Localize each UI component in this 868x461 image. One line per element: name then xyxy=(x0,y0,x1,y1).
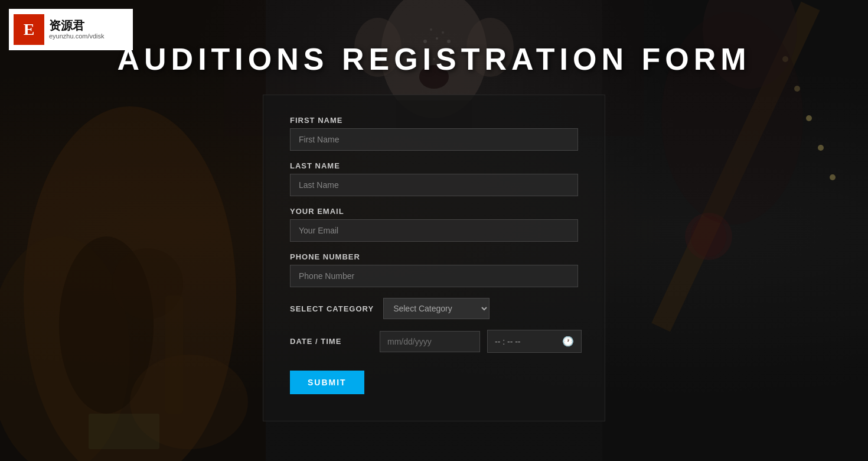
last-name-label: LAST NAME xyxy=(290,161,578,170)
time-placeholder-text: -- : -- -- xyxy=(495,337,562,346)
logo-text: 资源君 eyunzhu.com/vdisk xyxy=(49,18,105,40)
phone-input[interactable] xyxy=(290,265,578,287)
category-group: SELECT CATEGORY Select Category Vocalist… xyxy=(290,298,578,319)
email-label: YOUR EMAIL xyxy=(290,207,578,216)
page-title: AUDITIONS REGISTRATION FORM xyxy=(117,41,750,77)
phone-label: PHONE NUMBER xyxy=(290,252,578,261)
email-input[interactable] xyxy=(290,219,578,242)
category-label: SELECT CATEGORY xyxy=(290,304,374,313)
logo-icon: E xyxy=(14,14,44,45)
registration-form: FIRST NAME LAST NAME YOUR EMAIL PHONE NU… xyxy=(263,95,605,421)
category-select[interactable]: Select Category Vocalist Guitarist Bassi… xyxy=(383,298,490,319)
clock-icon[interactable]: 🕐 xyxy=(562,336,574,347)
email-group: YOUR EMAIL xyxy=(290,207,578,242)
first-name-group: FIRST NAME xyxy=(290,116,578,151)
last-name-group: LAST NAME xyxy=(290,161,578,196)
date-input[interactable] xyxy=(380,331,480,352)
time-input-wrapper: -- : -- -- 🕐 xyxy=(487,330,582,353)
logo-url: eyunzhu.com/vdisk xyxy=(49,33,105,40)
datetime-label: DATE / TIME xyxy=(290,337,373,346)
phone-group: PHONE NUMBER xyxy=(290,252,578,287)
logo-brand-name: 资源君 xyxy=(49,18,105,33)
submit-button[interactable]: SUBMIT xyxy=(290,371,364,394)
datetime-group: DATE / TIME -- : -- -- 🕐 xyxy=(290,330,578,353)
first-name-label: FIRST NAME xyxy=(290,116,578,125)
last-name-input[interactable] xyxy=(290,174,578,196)
logo: E 资源君 eyunzhu.com/vdisk xyxy=(9,9,133,50)
first-name-input[interactable] xyxy=(290,128,578,151)
